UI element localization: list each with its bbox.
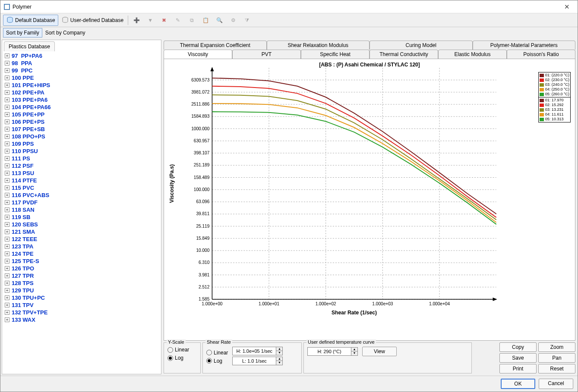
spin-down-icon[interactable]: ▼ — [276, 361, 282, 365]
ok-button[interactable]: OK — [501, 379, 535, 389]
spin-up-icon[interactable]: ▲ — [351, 348, 357, 351]
default-database-button[interactable]: Default Database — [3, 15, 58, 26]
pan-button[interactable]: Pan — [538, 353, 575, 363]
tree-item[interactable]: +112 PSF — [3, 162, 161, 169]
expand-icon[interactable]: + — [5, 310, 9, 315]
close-icon[interactable]: ✕ — [560, 2, 574, 12]
expand-icon[interactable]: + — [5, 288, 9, 293]
expand-icon[interactable]: + — [5, 229, 9, 234]
expand-icon[interactable]: + — [5, 68, 9, 73]
tree-item[interactable]: +103 PPE+PA6 — [3, 96, 161, 103]
shear-high-field[interactable]: H: 1.0e+05 1/sec▲▼ — [232, 347, 283, 355]
user-database-button[interactable]: User-defined Database — [58, 15, 126, 26]
settings-button[interactable]: ⚙ — [226, 15, 240, 26]
tree-item[interactable]: +110 PPSU — [3, 147, 161, 155]
expand-icon[interactable]: + — [5, 295, 9, 300]
spin-down-icon[interactable]: ▼ — [276, 351, 282, 355]
expand-icon[interactable]: + — [5, 193, 9, 198]
tree-item[interactable]: +130 TPU+PC — [3, 294, 161, 301]
tree-body[interactable]: +97 PP+PA6+98 PPA+99 PPC+100 PPE+101 PPE… — [2, 51, 161, 374]
view-button[interactable]: View — [362, 347, 397, 356]
expand-icon[interactable]: + — [5, 141, 9, 146]
tab-curing-model[interactable]: Curing Model — [370, 41, 473, 50]
tree-item[interactable]: +106 PPE+PS — [3, 118, 161, 125]
expand-icon[interactable]: + — [5, 97, 9, 102]
tree-item[interactable]: +109 PPS — [3, 140, 161, 147]
tab-thermal-expansion-coefficient[interactable]: Thermal Expansion Coefficient — [164, 41, 267, 50]
tree-item[interactable]: +126 TPO — [3, 265, 161, 272]
expand-icon[interactable]: + — [5, 127, 9, 132]
expand-icon[interactable]: + — [5, 156, 9, 161]
sort-by-family-button[interactable]: Sort by Family — [3, 28, 42, 38]
tree-item[interactable]: +113 PSU — [3, 169, 161, 177]
tree-item[interactable]: +133 WAX — [3, 316, 161, 323]
tab-thermal-conductivity[interactable]: Thermal Conductivity — [370, 50, 438, 59]
copy-button[interactable]: ⧉ — [185, 15, 199, 26]
expand-icon[interactable]: + — [5, 273, 9, 278]
copy-chart-button[interactable]: Copy — [499, 342, 537, 352]
expand-icon[interactable]: + — [5, 75, 9, 80]
cancel-button[interactable]: Cancel — [539, 379, 573, 389]
shear-low-field[interactable]: L: 1.0 1/sec▲▼ — [232, 357, 283, 365]
delete-button[interactable]: ✖ — [157, 15, 171, 26]
reset-button[interactable]: Reset — [538, 364, 575, 373]
expand-icon[interactable]: + — [5, 251, 9, 256]
tree-item[interactable]: +100 PPE — [3, 74, 161, 82]
tree-item[interactable]: +111 PS — [3, 155, 161, 162]
expand-icon[interactable]: + — [5, 281, 9, 285]
expand-icon[interactable]: + — [5, 112, 9, 117]
tree-item[interactable]: +123 TPA — [3, 243, 161, 250]
tree-item[interactable]: +114 PTFE — [3, 177, 161, 184]
expand-icon[interactable]: + — [5, 119, 9, 124]
tree-item[interactable]: +131 TPV — [3, 301, 161, 309]
tab-poisson-s-ratio[interactable]: Poisson's Ratio — [507, 50, 575, 59]
add-material-button[interactable]: ➕ — [129, 15, 143, 26]
tree-item[interactable]: +104 PPE+PA66 — [3, 103, 161, 111]
user-temp-field[interactable]: H: 290 (°C)▲▼ — [307, 347, 358, 356]
tree-item[interactable]: +116 PVC+ABS — [3, 191, 161, 199]
search-button[interactable]: 🔍 — [212, 15, 226, 26]
yscale-linear-row[interactable]: Linear — [167, 347, 197, 353]
tree-item[interactable]: +98 PPA — [3, 60, 161, 67]
expand-icon[interactable]: + — [5, 266, 9, 271]
tree-item[interactable]: +108 PPO+PS — [3, 133, 161, 140]
tree-item[interactable]: +125 TPE-S — [3, 257, 161, 265]
paste-button[interactable]: 📋 — [199, 15, 212, 26]
tree-item[interactable]: +115 PVC — [3, 184, 161, 191]
tree-item[interactable]: +119 SB — [3, 213, 161, 221]
spin-up-icon[interactable]: ▲ — [276, 357, 282, 361]
tree-item[interactable]: +124 TPE — [3, 250, 161, 257]
expand-icon[interactable]: + — [5, 303, 9, 307]
tree-item[interactable]: +99 PPC — [3, 67, 161, 74]
edit-button[interactable]: ✎ — [171, 15, 185, 26]
shear-log-row[interactable]: Log — [206, 358, 228, 364]
tab-shear-relaxation-modulus[interactable]: Shear Relaxation Modulus — [267, 41, 370, 50]
tab-elastic-modulus[interactable]: Elastic Modulus — [438, 50, 507, 59]
expand-icon[interactable]: + — [5, 90, 9, 95]
expand-icon[interactable]: + — [5, 237, 9, 241]
filter2-button[interactable]: ⧩ — [240, 15, 254, 26]
expand-icon[interactable]: + — [5, 317, 9, 322]
tab-polymer-material-parameters[interactable]: Polymer-Material Parameters — [473, 41, 576, 50]
save-chart-button[interactable]: Save — [499, 353, 537, 363]
tree-item[interactable]: +107 PPE+SB — [3, 125, 161, 133]
tree-item[interactable]: +132 TPV+TPE — [3, 309, 161, 316]
tree-item[interactable]: +122 TEEE — [3, 235, 161, 243]
tree-item[interactable]: +120 SEBS — [3, 221, 161, 228]
tree-item[interactable]: +97 PP+PA6 — [3, 52, 161, 60]
expand-icon[interactable]: + — [5, 200, 9, 205]
sort-by-company-button[interactable]: Sort by Company — [42, 28, 88, 38]
tree-item[interactable]: +121 SMA — [3, 228, 161, 235]
yscale-log-row[interactable]: Log — [167, 355, 197, 361]
filter-button[interactable]: ▼ — [143, 15, 157, 26]
tree-item[interactable]: +129 TPU — [3, 287, 161, 294]
spin-up-icon[interactable]: ▲ — [276, 347, 282, 351]
tab-viscosity[interactable]: Viscosity — [164, 50, 232, 59]
tree-item[interactable]: +128 TPS — [3, 279, 161, 287]
expand-icon[interactable]: + — [5, 207, 9, 212]
expand-icon[interactable]: + — [5, 215, 9, 220]
print-chart-button[interactable]: Print — [499, 364, 537, 373]
tab-pvt[interactable]: PVT — [232, 50, 301, 59]
tree-item[interactable]: +118 SAN — [3, 206, 161, 213]
expand-icon[interactable]: + — [5, 222, 9, 227]
